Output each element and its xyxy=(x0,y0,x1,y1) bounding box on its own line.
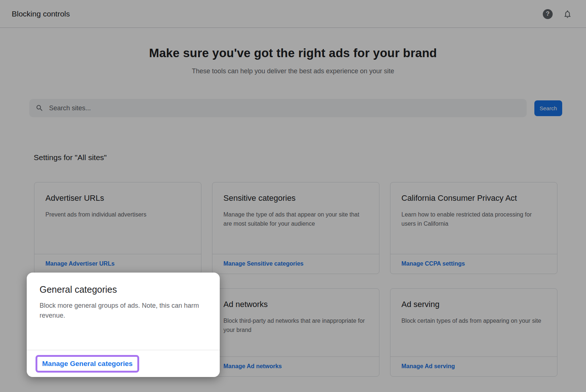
spotlight-content: General categories Block more general gr… xyxy=(27,273,220,350)
manage-general-categories-link[interactable]: Manage General categories xyxy=(42,360,133,367)
card-general-categories-spotlight: General categories Block more general gr… xyxy=(27,273,220,377)
spotlight-footer: Manage General categories xyxy=(27,350,220,377)
highlight-box: Manage General categories xyxy=(36,355,139,373)
spotlight-title: General categories xyxy=(40,284,207,295)
spotlight-description: Block more general groups of ads. Note, … xyxy=(40,301,203,321)
